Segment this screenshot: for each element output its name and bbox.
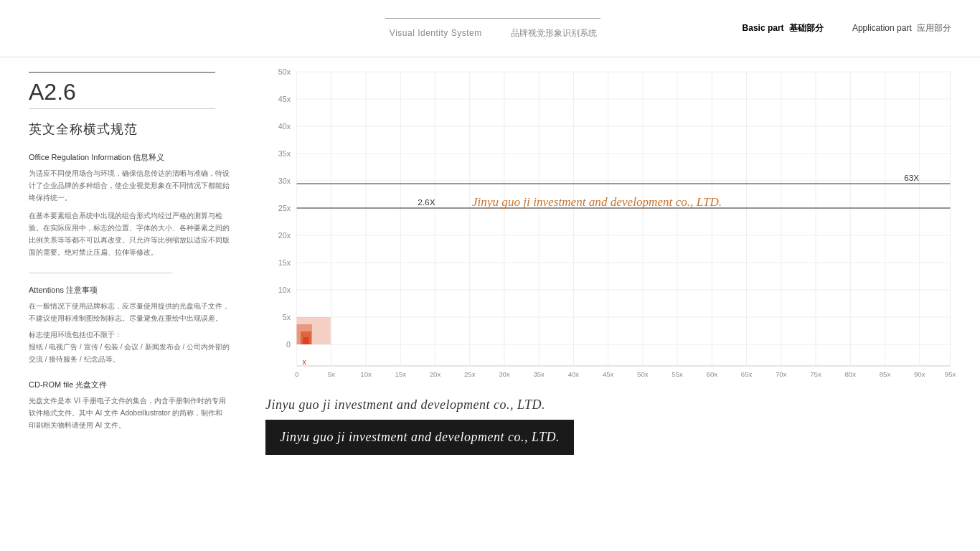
svg-text:80x: 80x <box>844 371 856 378</box>
svg-text:30x: 30x <box>278 177 291 185</box>
svg-text:70x: 70x <box>776 371 787 378</box>
svg-text:0: 0 <box>286 341 291 349</box>
attentions-heading: Attentions 注意事项 <box>29 285 230 296</box>
svg-text:15x: 15x <box>395 371 407 378</box>
svg-text:65x: 65x <box>741 371 753 378</box>
svg-text:15x: 15x <box>278 259 291 267</box>
cdrom-heading: CD-ROM file 光盘文件 <box>29 380 230 390</box>
right-panel: 50x 45x 40x 35x 30x 25x 20x 15x 10x 5x 0… <box>251 57 980 551</box>
attentions-block: Attentions 注意事项 在一般情况下使用品牌标志，应尽量使用提供的光盘电… <box>29 285 230 365</box>
header-center: Visual Identity System 品牌视觉形象识别系统 <box>385 18 600 39</box>
svg-text:35x: 35x <box>533 371 545 378</box>
brand-display: Jinyu guo ji investment and development … <box>258 397 966 455</box>
svg-text:95x: 95x <box>945 371 956 378</box>
main-content: A2.6 英文全称横式规范 Office Regulation Informat… <box>0 57 980 551</box>
svg-text:40x: 40x <box>278 123 291 131</box>
svg-text:40x: 40x <box>568 371 580 378</box>
svg-text:5x: 5x <box>283 314 291 321</box>
cdrom-text: 光盘文件是本 VI 手册电子文件的集合，内含手册制作时的专用软件格式文件。其中 … <box>29 395 230 431</box>
svg-text:10x: 10x <box>278 286 291 294</box>
svg-text:25x: 25x <box>278 204 291 212</box>
info-heading: Office Regulation Information 信息释义 <box>29 152 230 163</box>
attentions-para1: 在一般情况下使用品牌标志，应尽量使用提供的光盘电子文件，不建议使用标准制图绘制标… <box>29 300 230 324</box>
brand-name-dark: Jinyu guo ji investment and development … <box>265 420 574 455</box>
svg-text:2.6X: 2.6X <box>418 198 435 207</box>
svg-text:60x: 60x <box>707 371 718 378</box>
chart-svg: 50x 45x 40x 35x 30x 25x 20x 15x 10x 5x 0… <box>258 65 966 395</box>
nav-app-part[interactable]: Application part 应用部分 <box>852 22 951 34</box>
info-para2: 在基本要素组合系统中出现的组合形式均经过严格的测算与检验。在实际应用中，标志的位… <box>29 209 230 258</box>
page-divider <box>29 108 215 109</box>
section-title: 英文全称横式规范 <box>29 121 230 138</box>
info-block: Office Regulation Information 信息释义 为适应不同… <box>29 152 230 258</box>
svg-text:55x: 55x <box>672 371 683 378</box>
header-nav: Basic part 基础部分 Application part 应用部分 <box>743 22 951 34</box>
attentions-para3: 报纸 / 电视广告 / 宣传 / 包装 / 会议 / 新闻发布会 / 公司内外部… <box>29 341 230 365</box>
nav-basic-part[interactable]: Basic part 基础部分 <box>743 22 824 34</box>
svg-text:90x: 90x <box>914 371 925 378</box>
svg-text:30x: 30x <box>499 371 510 378</box>
svg-text:20x: 20x <box>430 371 441 378</box>
svg-text:45x: 45x <box>278 95 291 103</box>
attentions-para2: 标志使用环境包括但不限于： <box>29 329 230 341</box>
svg-text:85x: 85x <box>880 371 891 378</box>
left-panel: A2.6 英文全称横式规范 Office Regulation Informat… <box>0 57 251 551</box>
info-para1: 为适应不同使用场合与环境，确保信息传达的清晰与准确，特设计了企业品牌的多种组合，… <box>29 167 230 204</box>
svg-text:45x: 45x <box>603 371 614 378</box>
svg-rect-70 <box>303 337 309 344</box>
svg-text:20x: 20x <box>278 232 291 240</box>
svg-text:5x: 5x <box>328 371 336 378</box>
vis-identity-title: Visual Identity System <box>390 28 482 38</box>
svg-text:75x: 75x <box>810 371 821 378</box>
svg-text:25x: 25x <box>464 371 476 378</box>
header-top-divider <box>385 18 600 19</box>
svg-text:Jinyu guo ji investment and de: Jinyu guo ji investment and development … <box>472 196 722 209</box>
svg-text:x: x <box>303 358 307 366</box>
header: Visual Identity System 品牌视觉形象识别系统 Basic … <box>0 0 980 57</box>
page-number: A2.6 <box>29 72 215 105</box>
svg-text:50x: 50x <box>637 371 649 378</box>
svg-text:50x: 50x <box>278 68 291 76</box>
svg-text:63X: 63X <box>904 174 919 182</box>
svg-text:0: 0 <box>295 371 298 378</box>
divider-1 <box>29 273 172 273</box>
chart-container: 50x 45x 40x 35x 30x 25x 20x 15x 10x 5x 0… <box>258 65 966 395</box>
svg-text:10x: 10x <box>360 371 372 378</box>
vis-identity-subtitle: 品牌视觉形象识别系统 <box>511 27 597 39</box>
brand-name-light: Jinyu guo ji investment and development … <box>265 397 958 413</box>
svg-text:35x: 35x <box>278 150 291 158</box>
